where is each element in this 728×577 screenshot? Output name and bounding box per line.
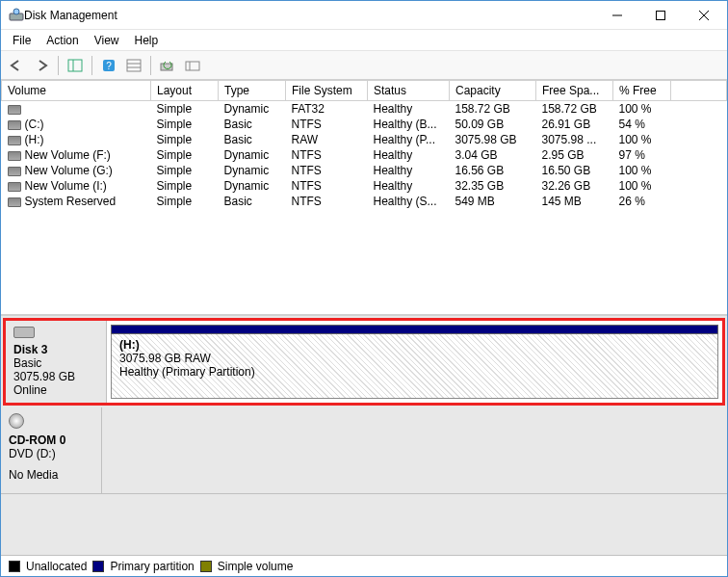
legend-swatch-simple: [200, 561, 212, 572]
cell-fs: NTFS: [286, 194, 368, 209]
table-row[interactable]: (C:)SimpleBasicNTFSHealthy (B...50.09 GB…: [2, 117, 727, 132]
cell-status: Healthy (B...: [368, 117, 450, 132]
back-button[interactable]: [5, 54, 28, 77]
toolbar-separator: [58, 56, 59, 75]
cdrom-icon: [9, 413, 24, 429]
cell-status: Healthy: [368, 101, 450, 118]
table-row[interactable]: SimpleDynamicFAT32Healthy158.72 GB158.72…: [2, 101, 727, 118]
cell-capacity: 16.56 GB: [450, 163, 536, 178]
volume-icon: [8, 136, 21, 145]
legend-bar: Unallocated Primary partition Simple vol…: [1, 555, 727, 576]
disk-size: 3075.98 GB: [13, 370, 98, 383]
column-headers[interactable]: Volume Layout Type File System Status Ca…: [2, 81, 727, 101]
cell-layout: Simple: [151, 178, 219, 194]
volume-icon: [8, 105, 21, 115]
cell-layout: Simple: [151, 147, 219, 163]
cell-volume: New Volume (I:): [2, 178, 151, 194]
cell-capacity: 32.35 GB: [450, 178, 536, 194]
col-pct[interactable]: % Free: [613, 81, 671, 101]
cell-type: Dynamic: [219, 101, 286, 118]
svg-rect-14: [186, 62, 199, 70]
cell-fs: NTFS: [286, 147, 368, 163]
cell-free: 145 MB: [536, 194, 613, 209]
cell-type: Dynamic: [219, 147, 286, 163]
disk-graphic-area[interactable]: Disk 3 Basic 3075.98 GB Online (H:) 3075…: [1, 316, 727, 555]
cell-pct: 100 %: [613, 101, 671, 118]
table-row[interactable]: New Volume (F:)SimpleDynamicNTFSHealthy3…: [2, 147, 727, 163]
col-layout[interactable]: Layout: [151, 81, 219, 101]
cell-status: Healthy: [368, 147, 450, 163]
cdrom-0-row[interactable]: CD-ROM 0 DVD (D:) No Media: [1, 407, 727, 494]
disk-name: Disk 3: [13, 343, 98, 356]
properties-button[interactable]: [122, 54, 145, 77]
forward-button[interactable]: [30, 54, 53, 77]
cell-layout: Simple: [151, 117, 219, 132]
svg-point-1: [13, 9, 19, 14]
cdrom-partitions: [102, 407, 727, 493]
maximize-button[interactable]: [638, 2, 682, 29]
cdrom-name: CD-ROM 0: [9, 433, 93, 447]
volume-icon: [8, 151, 21, 161]
legend-swatch-primary: [92, 561, 104, 572]
cell-status: Healthy (P...: [368, 132, 450, 147]
menu-help[interactable]: Help: [127, 32, 167, 49]
cell-type: Basic: [219, 117, 286, 132]
cell-pct: 97 %: [613, 147, 671, 163]
cell-fs: RAW: [286, 132, 368, 147]
col-capacity[interactable]: Capacity: [450, 81, 536, 101]
show-hide-console-tree-button[interactable]: [64, 54, 87, 77]
title-bar: Disk Management: [1, 1, 727, 30]
volume-list[interactable]: Volume Layout Type File System Status Ca…: [1, 80, 727, 316]
disk-3-info[interactable]: Disk 3 Basic 3075.98 GB Online: [6, 321, 107, 403]
col-volume[interactable]: Volume: [2, 81, 151, 101]
cell-type: Basic: [219, 132, 286, 147]
cdrom-info[interactable]: CD-ROM 0 DVD (D:) No Media: [1, 407, 102, 493]
toolbar: ?: [1, 51, 727, 80]
table-row[interactable]: (H:)SimpleBasicRAWHealthy (P...3075.98 G…: [2, 132, 727, 147]
cell-status: Healthy (S...: [368, 194, 450, 209]
cell-fs: FAT32: [286, 101, 368, 118]
cell-volume: (C:): [2, 117, 151, 132]
partition-name: (H:): [119, 338, 710, 352]
settings-button[interactable]: [181, 54, 204, 77]
cell-type: Dynamic: [219, 163, 286, 178]
table-row[interactable]: New Volume (G:)SimpleDynamicNTFSHealthy1…: [2, 163, 727, 178]
partition-type-bar: [111, 325, 718, 334]
col-status[interactable]: Status: [368, 81, 450, 101]
cell-volume: (H:): [2, 132, 151, 147]
cell-volume: New Volume (G:): [2, 163, 151, 178]
cell-volume: New Volume (F:): [2, 147, 151, 163]
help-button[interactable]: ?: [97, 54, 120, 77]
cell-pct: 100 %: [613, 163, 671, 178]
table-row[interactable]: System ReservedSimpleBasicNTFSHealthy (S…: [2, 194, 727, 209]
cell-capacity: 158.72 GB: [450, 101, 536, 118]
cell-capacity: 549 MB: [450, 194, 536, 209]
svg-rect-3: [656, 11, 664, 19]
menu-file[interactable]: File: [5, 32, 39, 49]
table-row[interactable]: New Volume (I:)SimpleDynamicNTFSHealthy3…: [2, 178, 727, 194]
cell-capacity: 3.04 GB: [450, 147, 536, 163]
cell-volume: System Reserved: [2, 194, 151, 209]
menu-bar: File Action View Help: [1, 30, 727, 51]
menu-view[interactable]: View: [87, 32, 127, 49]
minimize-button[interactable]: [595, 2, 638, 29]
cell-pct: 100 %: [613, 132, 671, 147]
cell-pct: 100 %: [613, 178, 671, 194]
cell-capacity: 3075.98 GB: [450, 132, 536, 147]
refresh-button[interactable]: [156, 54, 179, 77]
disk-3-row[interactable]: Disk 3 Basic 3075.98 GB Online (H:) 3075…: [3, 318, 725, 406]
svg-text:?: ?: [106, 61, 112, 71]
col-type[interactable]: Type: [219, 81, 286, 101]
col-free[interactable]: Free Spa...: [536, 81, 613, 101]
col-fs[interactable]: File System: [286, 81, 368, 101]
col-spacer: [671, 81, 727, 101]
partition-h[interactable]: (H:) 3075.98 GB RAW Healthy (Primary Par…: [111, 334, 718, 399]
cell-layout: Simple: [151, 132, 219, 147]
volume-icon: [8, 167, 21, 176]
close-button[interactable]: [682, 2, 725, 29]
cell-fs: NTFS: [286, 178, 368, 194]
disk-state: Online: [13, 383, 98, 397]
menu-action[interactable]: Action: [39, 32, 86, 49]
cell-status: Healthy: [368, 178, 450, 194]
toolbar-separator: [91, 56, 92, 75]
